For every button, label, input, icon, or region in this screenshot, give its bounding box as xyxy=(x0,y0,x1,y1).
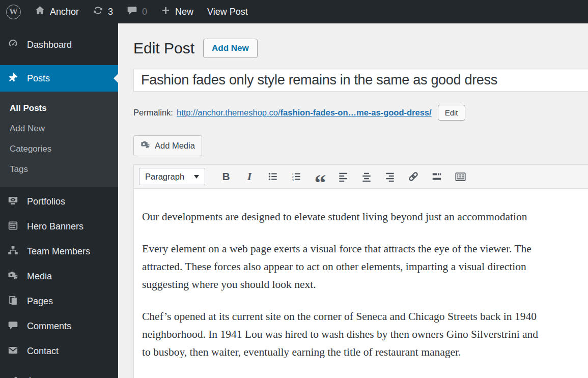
sidebar-item-contact[interactable]: Contact xyxy=(0,339,118,364)
paintbrush-icon xyxy=(8,375,18,378)
table-grid-icon xyxy=(8,220,18,234)
keyboard-icon xyxy=(455,171,466,183)
sidebar-item-appearance[interactable]: Appearance xyxy=(0,369,118,378)
sidebar-item-team-members[interactable]: Team Members xyxy=(0,239,118,264)
posts-submenu: All Posts Add New Categories Tags xyxy=(0,92,118,187)
submenu-item-categories[interactable]: Categories xyxy=(0,139,118,159)
main-content: Edit Post Add New Permalink: http://anch… xyxy=(118,23,588,378)
link-icon xyxy=(408,171,419,182)
site-link[interactable]: Anchor xyxy=(35,5,79,18)
sidebar-item-pages[interactable]: Pages xyxy=(0,289,118,314)
editor-toolbar: Paragraph B I 123 “ xyxy=(134,165,588,189)
stacked-pages-icon xyxy=(8,295,18,308)
align-left-button[interactable] xyxy=(333,168,353,185)
camera-note-icon xyxy=(8,270,18,283)
bold-button[interactable]: B xyxy=(216,168,236,185)
site-name: Anchor xyxy=(50,7,79,17)
align-center-icon xyxy=(361,171,372,182)
numbered-list-icon: 123 xyxy=(291,171,302,182)
align-right-icon xyxy=(384,171,396,182)
sidebar-item-hero-banners[interactable]: Hero Banners xyxy=(0,214,118,239)
add-new-button[interactable]: Add New xyxy=(203,39,258,58)
view-post-link[interactable]: View Post xyxy=(207,7,248,17)
bulleted-list-button[interactable] xyxy=(263,168,283,185)
align-center-button[interactable] xyxy=(356,168,377,185)
more-tag-icon xyxy=(431,171,442,182)
new-content-link[interactable]: New xyxy=(161,6,193,18)
sidebar-item-posts[interactable]: Posts xyxy=(0,65,118,92)
align-right-button[interactable] xyxy=(380,168,400,185)
wordpress-logo-icon[interactable]: W xyxy=(6,5,21,19)
align-left-icon xyxy=(338,171,349,182)
permalink-link[interactable]: http://anchor.themeshop.co/fashion-fades… xyxy=(177,108,432,118)
edit-permalink-button[interactable]: Edit xyxy=(438,105,465,121)
editor-paragraph: Chef’s opened at its current site on the… xyxy=(142,308,588,361)
page-title: Edit Post xyxy=(133,40,194,57)
new-label: New xyxy=(175,7,193,17)
bold-icon: B xyxy=(222,170,230,183)
post-editor: Paragraph B I 123 “ Our developments are… xyxy=(133,164,588,378)
bulleted-list-icon xyxy=(267,171,278,182)
permalink-label: Permalink: xyxy=(133,108,173,118)
editor-paragraph: When was the last time you looked at a w… xyxy=(142,375,588,378)
pushpin-icon xyxy=(8,72,18,85)
toolbar-toggle-button[interactable] xyxy=(450,168,470,185)
update-icon xyxy=(93,5,103,18)
sidebar-item-comments[interactable]: Comments xyxy=(0,314,118,339)
sidebar-item-media[interactable]: Media xyxy=(0,264,118,289)
numbered-list-button[interactable]: 123 xyxy=(286,168,306,185)
post-title-input[interactable] xyxy=(133,69,588,92)
blockquote-button[interactable]: “ xyxy=(310,168,330,185)
updates-link[interactable]: 3 xyxy=(93,5,113,18)
plus-icon xyxy=(161,6,171,18)
org-chart-icon xyxy=(8,245,18,258)
envelope-icon xyxy=(8,345,18,358)
link-button[interactable] xyxy=(403,168,424,185)
comment-bubble-icon xyxy=(127,5,137,18)
italic-icon: I xyxy=(247,170,252,183)
permalink-slug: fashion-fades-on…me-as-good-dress/ xyxy=(281,108,432,117)
comments-count: 0 xyxy=(142,7,147,17)
add-media-button[interactable]: Add Media xyxy=(133,135,202,156)
portfolio-screen-icon xyxy=(8,195,18,209)
speech-bubble-icon xyxy=(8,320,18,333)
editor-paragraph: Every element on a web page exerts a vis… xyxy=(142,240,588,294)
updates-count: 3 xyxy=(108,7,113,17)
svg-text:3: 3 xyxy=(292,178,294,182)
admin-bar: W Anchor 3 0 New View Post xyxy=(0,0,588,23)
caret-down-icon xyxy=(194,175,199,179)
sidebar-item-portfolios[interactable]: Portfolios xyxy=(0,189,118,214)
paragraph-format-select[interactable]: Paragraph xyxy=(139,168,205,185)
italic-button[interactable]: I xyxy=(239,168,260,185)
permalink-row: Permalink: http://anchor.themeshop.co/fa… xyxy=(133,105,588,121)
home-icon xyxy=(35,5,45,18)
dashboard-icon xyxy=(8,38,18,51)
submenu-item-all-posts[interactable]: All Posts xyxy=(0,98,118,119)
media-icon xyxy=(141,140,150,152)
admin-sidebar: Dashboard Posts All Posts Add New Catego… xyxy=(0,23,118,378)
editor-content-area[interactable]: Our developments are designed to elevate… xyxy=(134,189,588,378)
submenu-item-add-new[interactable]: Add New xyxy=(0,119,118,139)
comments-link[interactable]: 0 xyxy=(127,5,147,18)
sidebar-item-dashboard[interactable]: Dashboard xyxy=(0,33,118,57)
submenu-item-tags[interactable]: Tags xyxy=(0,159,118,180)
insert-more-tag-button[interactable] xyxy=(427,168,447,185)
editor-paragraph: Our developments are designed to elevate… xyxy=(142,208,588,226)
